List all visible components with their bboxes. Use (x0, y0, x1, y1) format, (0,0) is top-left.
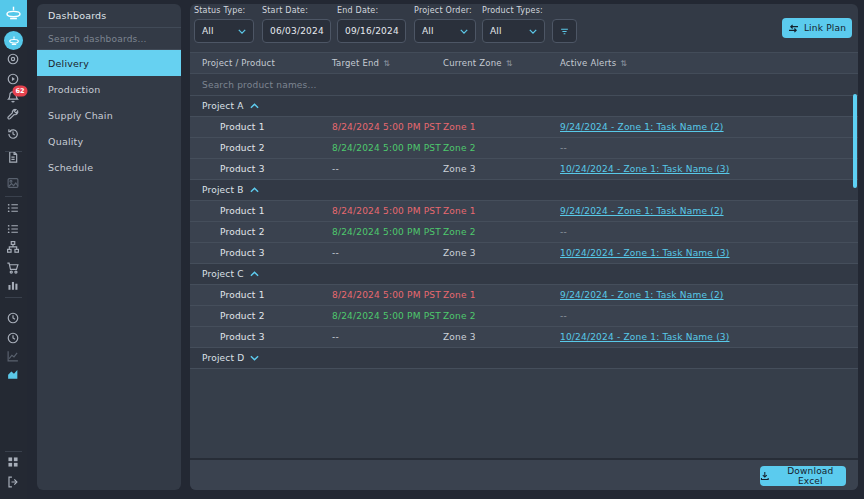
bar-chart-icon[interactable] (7, 279, 20, 292)
project-row[interactable]: Project B (190, 180, 858, 201)
column-target-end[interactable]: Target End⇅ (332, 58, 443, 68)
sidebar-item-delivery[interactable]: Delivery (37, 50, 181, 76)
alert-link[interactable]: 9/24/2024 - Zone 1: Task Name (2) (560, 122, 858, 132)
project-name: Project D (202, 353, 244, 363)
chevron-up-icon (250, 271, 259, 277)
target-end-value: 8/24/2024 5:00 PM PST (332, 122, 443, 132)
clock-icon[interactable] (7, 312, 20, 325)
play-circle-icon[interactable] (7, 73, 20, 86)
chevron-up-icon (250, 103, 259, 109)
delivery-dashboard-panel: Status Type: All Start Date: 06/03/2024 … (190, 4, 858, 490)
sort-icon: ⇅ (383, 59, 390, 68)
current-zone-value: Zone 3 (443, 248, 560, 258)
swap-arrows-icon (788, 24, 799, 33)
rail-divider (5, 196, 22, 197)
grid-icon[interactable] (7, 456, 20, 469)
project-order-label: Project Order: (414, 6, 476, 15)
list-icon[interactable] (7, 223, 20, 236)
product-name: Product 2 (190, 311, 332, 321)
project-name: Project C (202, 269, 244, 279)
sort-icon: ⇅ (506, 59, 513, 68)
table-header: Project / Product Target End⇅ Current Zo… (190, 52, 858, 74)
target-icon[interactable] (7, 53, 20, 66)
sitemap-icon[interactable] (7, 241, 20, 254)
target-end-value: 8/24/2024 5:00 PM PST (332, 143, 443, 153)
sidebar-item-quality[interactable]: Quality (37, 128, 181, 154)
current-zone-value: Zone 3 (443, 332, 560, 342)
table-body: Project AProduct 18/24/2024 5:00 PM PSTZ… (190, 96, 858, 458)
column-active-alerts[interactable]: Active Alerts⇅ (560, 58, 858, 68)
sidebar-item-supply-chain[interactable]: Supply Chain (37, 102, 181, 128)
product-row: Product 18/24/2024 5:00 PM PSTZone 19/24… (190, 117, 858, 138)
sign-out-icon[interactable] (7, 476, 20, 489)
product-name: Product 1 (190, 206, 332, 216)
app-logo[interactable] (0, 0, 27, 27)
column-current-zone[interactable]: Current Zone⇅ (443, 58, 560, 68)
wrench-icon[interactable] (7, 109, 20, 122)
history-icon[interactable] (7, 128, 20, 141)
user-avatar[interactable] (4, 31, 23, 50)
alert-link[interactable]: 9/24/2024 - Zone 1: Task Name (2) (560, 206, 858, 216)
product-row: Product 18/24/2024 5:00 PM PSTZone 19/24… (190, 201, 858, 222)
notification-badge: 62 (12, 86, 27, 97)
dashboard-search-input[interactable] (37, 34, 181, 44)
product-name: Product 1 (190, 290, 332, 300)
current-zone-value: Zone 3 (443, 164, 560, 174)
bell-icon[interactable]: 62 (7, 91, 20, 104)
alert-link[interactable]: 10/24/2024 - Zone 1: Task Name (3) (560, 164, 858, 174)
sidebar-title: Dashboards (37, 4, 181, 28)
start-date-input[interactable]: 06/03/2024 (262, 19, 331, 43)
project-name: Project B (202, 185, 244, 195)
clock-icon[interactable] (7, 332, 20, 345)
list-icon[interactable] (7, 202, 20, 215)
end-date-input[interactable]: 09/16/2024 (337, 19, 406, 43)
area-chart-icon[interactable] (7, 368, 20, 381)
product-row: Product 3--Zone 310/24/2024 - Zone 1: Ta… (190, 159, 858, 180)
product-types-select[interactable]: All (482, 19, 545, 43)
sort-icon: ⇅ (620, 59, 627, 68)
end-date-label: End Date: (337, 6, 406, 15)
product-row: Product 18/24/2024 5:00 PM PSTZone 19/24… (190, 285, 858, 306)
current-zone-value: Zone 2 (443, 311, 560, 321)
target-end-value: 8/24/2024 5:00 PM PST (332, 227, 443, 237)
target-end-value: -- (332, 164, 443, 174)
product-row: Product 3--Zone 310/24/2024 - Zone 1: Ta… (190, 243, 858, 264)
alert-link[interactable]: 9/24/2024 - Zone 1: Task Name (2) (560, 290, 858, 300)
project-row[interactable]: Project C (190, 264, 858, 285)
download-excel-button[interactable]: Download Excel (760, 466, 846, 486)
chevron-down-icon (238, 29, 246, 34)
project-name: Project A (202, 101, 244, 111)
product-name: Product 2 (190, 143, 332, 153)
rail-divider (5, 451, 22, 452)
chevron-down-icon (460, 29, 468, 34)
cart-icon[interactable] (7, 262, 20, 275)
filter-button[interactable] (552, 19, 577, 43)
product-search-input[interactable] (190, 80, 858, 90)
product-name: Product 3 (190, 164, 332, 174)
status-type-select[interactable]: All (194, 19, 254, 43)
project-row[interactable]: Project D (190, 348, 858, 369)
sidebar-item-production[interactable]: Production (37, 76, 181, 102)
file-text-icon[interactable] (7, 151, 20, 164)
link-plan-button[interactable]: Link Plan (782, 18, 852, 38)
alert-link[interactable]: 10/24/2024 - Zone 1: Task Name (3) (560, 332, 858, 342)
dashboards-sidebar: Dashboards DeliveryProductionSupply Chai… (37, 4, 181, 490)
chevron-up-icon (250, 187, 259, 193)
product-name: Product 1 (190, 122, 332, 132)
target-end-value: -- (332, 332, 443, 342)
target-end-value: 8/24/2024 5:00 PM PST (332, 311, 443, 321)
table-footer: Download Excel (190, 458, 858, 490)
alert-link[interactable]: 10/24/2024 - Zone 1: Task Name (3) (560, 248, 858, 258)
vertical-scrollbar-thumb[interactable] (853, 94, 857, 188)
project-order-select[interactable]: All (414, 19, 476, 43)
alert-empty: -- (560, 311, 858, 321)
line-chart-icon (7, 350, 20, 363)
current-zone-value: Zone 1 (443, 206, 560, 216)
alert-empty: -- (560, 227, 858, 237)
product-row: Product 28/24/2024 5:00 PM PSTZone 2-- (190, 222, 858, 243)
icon-rail: 62 (0, 0, 27, 499)
sidebar-item-schedule[interactable]: Schedule (37, 154, 181, 180)
chevron-down-icon (529, 29, 537, 34)
product-types-label: Product Types: (482, 6, 545, 15)
project-row[interactable]: Project A (190, 96, 858, 117)
